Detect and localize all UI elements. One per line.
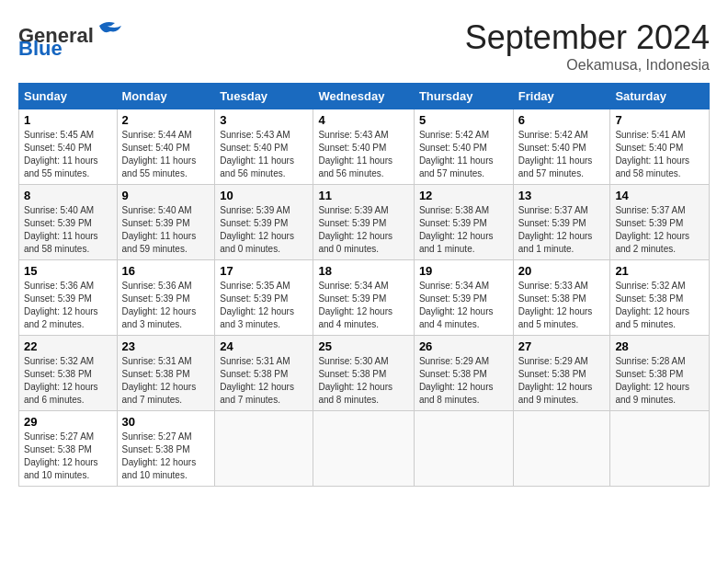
day-25: 25 Sunrise: 5:30 AMSunset: 5:38 PMDaylig… bbox=[313, 336, 414, 411]
day-13: 13 Sunrise: 5:37 AMSunset: 5:39 PMDaylig… bbox=[513, 185, 610, 260]
calendar-table: Sunday Monday Tuesday Wednesday Thursday… bbox=[18, 83, 710, 487]
logo-icon: General Blue bbox=[18, 18, 129, 55]
day-6: 6 Sunrise: 5:42 AMSunset: 5:40 PMDayligh… bbox=[513, 109, 610, 185]
day-12: 12 Sunrise: 5:38 AMSunset: 5:39 PMDaylig… bbox=[414, 185, 513, 260]
day-20: 20 Sunrise: 5:33 AMSunset: 5:38 PMDaylig… bbox=[513, 260, 610, 336]
logo: General Blue bbox=[18, 18, 129, 55]
day-11: 11 Sunrise: 5:39 AMSunset: 5:39 PMDaylig… bbox=[313, 185, 414, 260]
day-22: 22 Sunrise: 5:32 AMSunset: 5:38 PMDaylig… bbox=[19, 336, 118, 411]
day-16: 16 Sunrise: 5:36 AMSunset: 5:39 PMDaylig… bbox=[117, 260, 215, 336]
header-saturday: Saturday bbox=[610, 84, 710, 109]
svg-text:Blue: Blue bbox=[18, 37, 63, 55]
week-4: 22 Sunrise: 5:32 AMSunset: 5:38 PMDaylig… bbox=[19, 336, 710, 411]
day-10: 10 Sunrise: 5:39 AMSunset: 5:39 PMDaylig… bbox=[215, 185, 313, 260]
day-29: 29 Sunrise: 5:27 AMSunset: 5:38 PMDaylig… bbox=[19, 411, 118, 487]
title-block: September 2024 Oekamusa, Indonesia bbox=[465, 18, 710, 74]
day-28: 28 Sunrise: 5:28 AMSunset: 5:38 PMDaylig… bbox=[610, 336, 710, 411]
header-tuesday: Tuesday bbox=[215, 84, 313, 109]
page-header: General Blue September 2024 Oekamusa, In… bbox=[18, 18, 710, 74]
day-18: 18 Sunrise: 5:34 AMSunset: 5:39 PMDaylig… bbox=[313, 260, 414, 336]
day-19: 19 Sunrise: 5:34 AMSunset: 5:39 PMDaylig… bbox=[414, 260, 513, 336]
day-27: 27 Sunrise: 5:29 AMSunset: 5:38 PMDaylig… bbox=[513, 336, 610, 411]
day-17: 17 Sunrise: 5:35 AMSunset: 5:39 PMDaylig… bbox=[215, 260, 313, 336]
day-7: 7 Sunrise: 5:41 AMSunset: 5:40 PMDayligh… bbox=[610, 109, 710, 185]
day-8: 8 Sunrise: 5:40 AMSunset: 5:39 PMDayligh… bbox=[19, 185, 118, 260]
day-24: 24 Sunrise: 5:31 AMSunset: 5:38 PMDaylig… bbox=[215, 336, 313, 411]
day-9: 9 Sunrise: 5:40 AMSunset: 5:39 PMDayligh… bbox=[117, 185, 215, 260]
header-wednesday: Wednesday bbox=[313, 84, 414, 109]
weekday-header-row: Sunday Monday Tuesday Wednesday Thursday… bbox=[19, 84, 710, 109]
empty-cell-4 bbox=[513, 411, 610, 487]
day-15: 15 Sunrise: 5:36 AMSunset: 5:39 PMDaylig… bbox=[19, 260, 118, 336]
day-23: 23 Sunrise: 5:31 AMSunset: 5:38 PMDaylig… bbox=[117, 336, 215, 411]
week-2: 8 Sunrise: 5:40 AMSunset: 5:39 PMDayligh… bbox=[19, 185, 710, 260]
day-21: 21 Sunrise: 5:32 AMSunset: 5:38 PMDaylig… bbox=[610, 260, 710, 336]
empty-cell-1 bbox=[215, 411, 313, 487]
header-thursday: Thursday bbox=[414, 84, 513, 109]
empty-cell-5 bbox=[610, 411, 710, 487]
day-30: 30 Sunrise: 5:27 AMSunset: 5:38 PMDaylig… bbox=[117, 411, 215, 487]
header-monday: Monday bbox=[117, 84, 215, 109]
week-5: 29 Sunrise: 5:27 AMSunset: 5:38 PMDaylig… bbox=[19, 411, 710, 487]
month-title: September 2024 bbox=[465, 18, 710, 57]
location: Oekamusa, Indonesia bbox=[465, 57, 710, 74]
week-1: 1 Sunrise: 5:45 AMSunset: 5:40 PMDayligh… bbox=[19, 109, 710, 185]
day-5: 5 Sunrise: 5:42 AMSunset: 5:40 PMDayligh… bbox=[414, 109, 513, 185]
day-4: 4 Sunrise: 5:43 AMSunset: 5:40 PMDayligh… bbox=[313, 109, 414, 185]
day-2: 2 Sunrise: 5:44 AMSunset: 5:40 PMDayligh… bbox=[117, 109, 215, 185]
header-sunday: Sunday bbox=[19, 84, 118, 109]
header-friday: Friday bbox=[513, 84, 610, 109]
day-26: 26 Sunrise: 5:29 AMSunset: 5:38 PMDaylig… bbox=[414, 336, 513, 411]
week-3: 15 Sunrise: 5:36 AMSunset: 5:39 PMDaylig… bbox=[19, 260, 710, 336]
day-14: 14 Sunrise: 5:37 AMSunset: 5:39 PMDaylig… bbox=[610, 185, 710, 260]
day-1: 1 Sunrise: 5:45 AMSunset: 5:40 PMDayligh… bbox=[19, 109, 118, 185]
empty-cell-3 bbox=[414, 411, 513, 487]
day-3: 3 Sunrise: 5:43 AMSunset: 5:40 PMDayligh… bbox=[215, 109, 313, 185]
empty-cell-2 bbox=[313, 411, 414, 487]
